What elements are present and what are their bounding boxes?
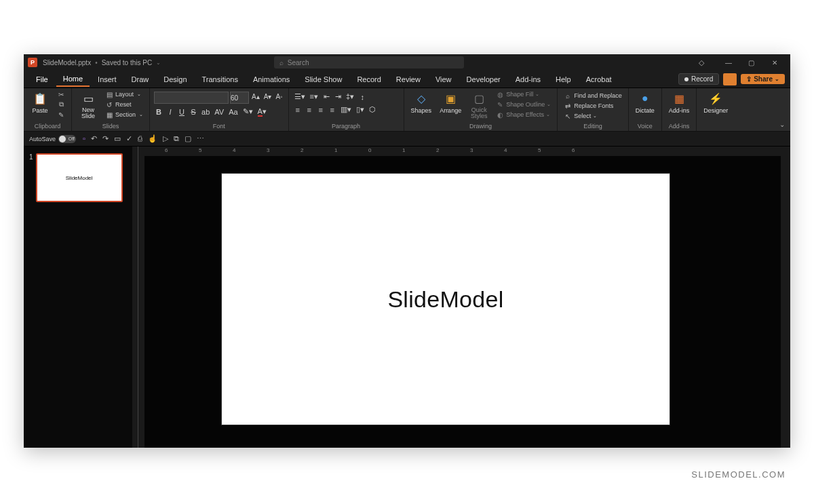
chevron-down-icon[interactable]: ⌄ xyxy=(156,60,161,66)
layout-button[interactable]: ▤Layout⌄ xyxy=(103,90,145,99)
undo-button[interactable]: ↶ xyxy=(91,134,97,143)
spacing-button[interactable]: AV xyxy=(213,107,225,117)
tab-design[interactable]: Design xyxy=(157,73,193,86)
text-direction-button[interactable]: ↕ xyxy=(357,92,367,102)
reset-button[interactable]: ↺Reset xyxy=(103,100,145,109)
autosave-toggle[interactable]: AutoSave Off xyxy=(29,135,76,143)
numbering-button[interactable]: ≡▾ xyxy=(309,92,319,102)
format-painter-button[interactable]: ✎ xyxy=(55,110,67,119)
indent-decrease-button[interactable]: ⇤ xyxy=(322,92,331,102)
slide-title-text[interactable]: SlideModel xyxy=(387,286,503,313)
present-mode-button[interactable] xyxy=(723,73,737,85)
bold-button[interactable]: B xyxy=(154,107,163,117)
section-button[interactable]: ▦Section⌄ xyxy=(103,110,145,119)
columns-button[interactable]: ▥▾ xyxy=(339,104,353,115)
increase-font-button[interactable]: A▴ xyxy=(250,92,261,104)
shape-fill-button[interactable]: ◍Shape Fill⌄ xyxy=(494,90,553,99)
work-area: 1 SlideModel 6 5 4 3 2 1 0 1 2 3 4 5 6 xyxy=(24,147,790,448)
shape-effects-button[interactable]: ◐Shape Effects⌄ xyxy=(494,110,553,119)
qat-print-button[interactable]: ⎙ xyxy=(138,134,142,143)
cursor-icon: ↖ xyxy=(564,112,572,120)
group-label-editing: Editing xyxy=(562,122,624,131)
align-center-button[interactable]: ≡ xyxy=(305,105,314,115)
tab-addins[interactable]: Add-ins xyxy=(509,73,547,86)
share-button[interactable]: ⇪Share⌄ xyxy=(741,74,785,84)
save-status[interactable]: Saved to this PC xyxy=(102,59,152,66)
coming-soon-icon[interactable]: ◇ xyxy=(690,54,713,71)
tab-record[interactable]: Record xyxy=(350,73,387,86)
record-button[interactable]: Record xyxy=(678,73,719,85)
maximize-button[interactable]: ▢ xyxy=(740,54,763,71)
quick-styles-button[interactable]: ▢Quick Styles xyxy=(467,90,491,121)
thumbnail-slide-1[interactable]: SlideModel xyxy=(36,153,123,202)
tab-file[interactable]: File xyxy=(29,73,55,86)
arrange-button[interactable]: ▣Arrange xyxy=(437,90,464,115)
highlight-button[interactable]: ✎▾ xyxy=(241,106,254,117)
strikethrough-button[interactable]: S xyxy=(189,107,198,117)
tab-review[interactable]: Review xyxy=(389,73,427,86)
share-icon: ⇪ xyxy=(746,75,752,83)
copy-button[interactable]: ⧉ xyxy=(55,100,67,109)
underline-button[interactable]: U xyxy=(177,107,187,117)
line-spacing-button[interactable]: ‡▾ xyxy=(345,92,355,102)
qat-slide-button[interactable]: ▢ xyxy=(185,134,191,143)
qat-from-beginning-button[interactable]: ▭ xyxy=(114,134,121,143)
shadow-button[interactable]: ab xyxy=(200,107,211,117)
search-icon: ⌕ xyxy=(564,92,572,100)
slide-canvas[interactable]: SlideModel xyxy=(222,174,670,425)
tab-slideshow[interactable]: Slide Show xyxy=(298,73,349,86)
tab-developer[interactable]: Developer xyxy=(460,73,507,86)
font-family-input[interactable] xyxy=(154,92,229,104)
decrease-font-button[interactable]: A▾ xyxy=(263,92,273,104)
toggle-switch[interactable]: Off xyxy=(58,135,76,143)
font-size-input[interactable] xyxy=(230,92,249,104)
shapes-button[interactable]: ◇Shapes xyxy=(408,90,435,115)
save-button[interactable]: ▫ xyxy=(83,134,85,143)
paste-button[interactable]: 📋 Paste xyxy=(28,90,52,115)
qat-spelling-button[interactable]: ✓ xyxy=(126,134,132,143)
tab-help[interactable]: Help xyxy=(549,73,578,86)
qat-present-button[interactable]: ▷ xyxy=(163,134,168,143)
find-replace-button[interactable]: ⌕Find and Replace xyxy=(562,91,624,100)
tab-transitions[interactable]: Transitions xyxy=(195,73,245,86)
italic-button[interactable]: I xyxy=(166,107,175,117)
align-left-button[interactable]: ≡ xyxy=(293,105,303,115)
qat-screen-button[interactable]: ⧉ xyxy=(174,134,179,143)
collapse-ribbon-button[interactable]: ⌄ xyxy=(779,121,785,128)
tab-acrobat[interactable]: Acrobat xyxy=(579,73,619,86)
justify-button[interactable]: ≡ xyxy=(328,105,337,115)
thumbnail-pane[interactable]: 1 SlideModel xyxy=(24,147,132,448)
dictate-button[interactable]: ●Dictate xyxy=(633,90,657,115)
new-slide-button[interactable]: ▭ New Slide xyxy=(76,90,100,121)
tab-insert[interactable]: Insert xyxy=(91,73,123,86)
qat-touch-button[interactable]: ☝ xyxy=(148,134,157,143)
group-editing: ⌕Find and Replace ⇄Replace Fonts ↖Select… xyxy=(558,88,629,131)
minimize-button[interactable]: ― xyxy=(717,54,740,71)
bullets-button[interactable]: ☰▾ xyxy=(293,92,307,102)
qat-more-button[interactable]: ⋯ xyxy=(197,134,204,143)
tab-animations[interactable]: Animations xyxy=(246,73,296,86)
canvas-area[interactable]: SlideModel xyxy=(144,156,781,448)
smartart-button[interactable]: ⬡ xyxy=(368,104,377,115)
title-bar: P SlideModel.pptx • Saved to this PC ⌄ ⌕… xyxy=(24,54,790,71)
font-color-button[interactable]: A▾ xyxy=(256,106,268,117)
vertical-scrollbar[interactable] xyxy=(781,147,790,448)
clear-format-button[interactable]: A◦ xyxy=(274,92,284,104)
thumbnail-item[interactable]: 1 SlideModel xyxy=(29,153,127,202)
cut-button[interactable]: ✂ xyxy=(55,90,67,99)
tab-home[interactable]: Home xyxy=(56,72,90,87)
select-button[interactable]: ↖Select⌄ xyxy=(562,111,624,121)
change-case-button[interactable]: Aa xyxy=(227,107,239,117)
tab-view[interactable]: View xyxy=(429,73,459,86)
redo-button[interactable]: ↷ xyxy=(102,134,109,143)
align-text-button[interactable]: ▯▾ xyxy=(355,104,366,115)
close-button[interactable]: ✕ xyxy=(763,54,786,71)
replace-fonts-button[interactable]: ⇄Replace Fonts xyxy=(562,101,624,111)
designer-button[interactable]: ⚡Designer xyxy=(701,90,731,115)
align-right-button[interactable]: ≡ xyxy=(316,105,326,115)
tab-draw[interactable]: Draw xyxy=(125,73,156,86)
shape-outline-button[interactable]: ✎Shape Outline⌄ xyxy=(494,100,553,109)
search-box[interactable]: ⌕ Search xyxy=(274,56,464,69)
addins-button[interactable]: ▦Add-ins xyxy=(666,90,693,115)
indent-increase-button[interactable]: ⇥ xyxy=(333,92,343,102)
